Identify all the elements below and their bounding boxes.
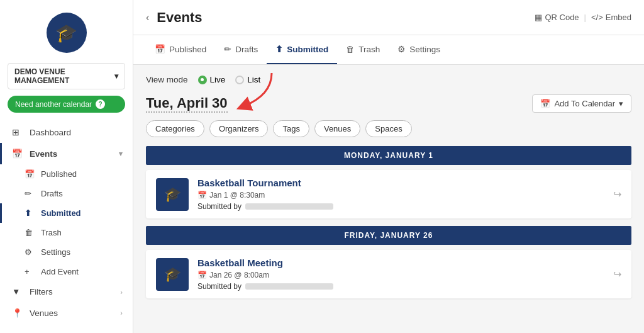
tab-submitted[interactable]: ⬆ Submitted bbox=[267, 35, 337, 64]
content-area: View mode Live List bbox=[133, 65, 644, 333]
sidebar-item-submitted[interactable]: ⬆ Submitted bbox=[0, 203, 133, 223]
submitted-by-value bbox=[245, 203, 333, 210]
chevron-right-icon: › bbox=[120, 288, 123, 296]
sidebar-item-published[interactable]: 📅 Published bbox=[0, 164, 133, 184]
sidebar-item-drafts[interactable]: ✏ Drafts bbox=[0, 184, 133, 203]
event-title[interactable]: Basketball Meeting bbox=[197, 257, 604, 268]
sidebar-logo: 🎓 bbox=[0, 0, 133, 63]
main-content: ‹ Events ▦ QR Code | </> Embed 📅 Publish… bbox=[133, 0, 644, 333]
tab-submitted-label: Submitted bbox=[287, 45, 328, 54]
sidebar-item-label: Venues bbox=[30, 308, 58, 318]
sidebar-item-events[interactable]: 📅 Events ▾ bbox=[0, 143, 133, 164]
add-to-calendar-button[interactable]: 📅 Add To Calendar ▾ bbox=[532, 94, 631, 113]
sidebar: 🎓 DEMO VENUE MANAGEMENT ▾ Need another c… bbox=[0, 0, 133, 333]
filter-tags[interactable]: Tags bbox=[273, 120, 309, 137]
chevron-right-icon: › bbox=[120, 309, 123, 317]
sidebar-item-label: Settings bbox=[41, 247, 70, 257]
sidebar-item-label: Dashboard bbox=[30, 128, 71, 137]
events-icon: 📅 bbox=[12, 149, 23, 159]
sidebar-item-venues[interactable]: 📍 Venues › bbox=[0, 302, 133, 324]
sidebar-item-label: Trash bbox=[41, 228, 62, 237]
tab-settings-label: Settings bbox=[409, 45, 440, 54]
tab-published-label: Published bbox=[169, 45, 206, 54]
tabs-bar: 📅 Published ✏ Drafts ⬆ Submitted 🗑 Trash… bbox=[133, 35, 644, 65]
sidebar-item-dashboard[interactable]: ⊞ Dashboard bbox=[0, 121, 133, 143]
view-mode-label: View mode bbox=[146, 75, 188, 84]
tab-published-icon: 📅 bbox=[155, 44, 165, 54]
page-title: Events bbox=[157, 9, 530, 26]
venues-icon: 📍 bbox=[12, 308, 23, 318]
sidebar-item-add-event[interactable]: + Add Event bbox=[0, 262, 133, 281]
date-header-row: Tue, April 30 📅 Add To Calendar ▾ bbox=[146, 94, 631, 113]
events-sub-nav: 📅 Published ✏ Drafts ⬆ Submitted 🗑 Trash… bbox=[0, 164, 133, 281]
share-icon[interactable]: ↪ bbox=[613, 188, 621, 200]
need-calendar-button[interactable]: Need another calendar ? bbox=[8, 96, 125, 113]
qr-code-link[interactable]: ▦ QR Code bbox=[535, 13, 579, 22]
share-icon[interactable]: ↪ bbox=[613, 268, 621, 280]
sidebar-item-settings[interactable]: ⚙ Settings bbox=[0, 242, 133, 262]
tab-settings[interactable]: ⚙ Settings bbox=[389, 35, 449, 64]
tab-drafts-icon: ✏ bbox=[224, 44, 231, 54]
qr-icon: ▦ bbox=[535, 13, 542, 22]
tab-trash-label: Trash bbox=[358, 45, 380, 54]
sidebar-item-label: Submitted bbox=[41, 208, 81, 218]
need-calendar-label: Need another calendar bbox=[15, 100, 92, 109]
radio-live-dot bbox=[198, 76, 207, 84]
embed-label: Embed bbox=[606, 13, 631, 22]
filter-venues[interactable]: Venues bbox=[314, 120, 360, 137]
venue-name: DEMO VENUE MANAGEMENT bbox=[14, 67, 114, 85]
event-info: Basketball Meeting 📅 Jan 26 @ 8:00am Sub… bbox=[197, 257, 604, 291]
sidebar-item-label: Add Event bbox=[41, 267, 79, 276]
submitted-by-value bbox=[245, 283, 333, 290]
topbar-right: ▦ QR Code | </> Embed bbox=[535, 13, 631, 22]
embed-link[interactable]: </> Embed bbox=[591, 13, 631, 22]
chevron-down-icon: ▾ bbox=[119, 150, 123, 158]
calendar-icon: 📅 bbox=[197, 191, 207, 200]
table-row: 🎓 Basketball Meeting 📅 Jan 26 @ 8:00am S… bbox=[146, 250, 631, 298]
sidebar-item-label: Filters bbox=[30, 287, 53, 296]
published-icon: 📅 bbox=[25, 169, 36, 179]
event-date: 📅 Jan 26 @ 8:00am bbox=[197, 271, 604, 279]
sidebar-item-trash[interactable]: 🗑 Trash bbox=[0, 223, 133, 242]
view-mode-row: View mode Live List bbox=[146, 75, 631, 84]
sidebar-item-label: Events bbox=[30, 149, 57, 159]
event-thumbnail: 🎓 bbox=[156, 258, 189, 291]
event-title[interactable]: Basketball Tournament bbox=[197, 178, 604, 188]
chevron-down-icon: ▾ bbox=[114, 72, 118, 81]
event-info: Basketball Tournament 📅 Jan 1 @ 8:30am S… bbox=[197, 178, 604, 211]
filter-categories[interactable]: Categories bbox=[146, 120, 204, 137]
tab-trash[interactable]: 🗑 Trash bbox=[337, 36, 389, 64]
add-to-calendar-label: Add To Calendar bbox=[554, 99, 615, 108]
embed-icon: </> bbox=[591, 13, 603, 22]
collapse-sidebar-button[interactable]: ‹ bbox=[146, 12, 149, 23]
tab-trash-icon: 🗑 bbox=[346, 45, 355, 54]
topbar: ‹ Events ▦ QR Code | </> Embed bbox=[133, 0, 644, 35]
qr-code-label: QR Code bbox=[545, 13, 579, 22]
tab-published[interactable]: 📅 Published bbox=[146, 35, 215, 64]
sidebar-item-label: Drafts bbox=[41, 189, 63, 198]
sidebar-item-label: Published bbox=[41, 169, 77, 179]
chevron-down-icon: ▾ bbox=[619, 99, 623, 108]
arrow-annotation bbox=[221, 70, 278, 113]
sidebar-item-filters[interactable]: ▼ Filters › bbox=[0, 281, 133, 302]
calendar-icon: 📅 bbox=[197, 271, 207, 279]
filter-spaces[interactable]: Spaces bbox=[365, 120, 411, 137]
tab-drafts[interactable]: ✏ Drafts bbox=[215, 35, 267, 64]
day-header-friday-jan26: FRIDAY, JANUARY 26 bbox=[146, 226, 631, 245]
venue-selector[interactable]: DEMO VENUE MANAGEMENT ▾ bbox=[8, 63, 125, 89]
tab-drafts-label: Drafts bbox=[235, 45, 258, 54]
event-submitted-by: Submitted by bbox=[197, 282, 604, 291]
settings-icon: ⚙ bbox=[25, 247, 36, 257]
sidebar-nav: ⊞ Dashboard 📅 Events ▾ 📅 Published ✏ Dra… bbox=[0, 121, 133, 333]
tab-settings-icon: ⚙ bbox=[397, 44, 406, 54]
event-submitted-by: Submitted by bbox=[197, 202, 604, 211]
filter-pills: Categories Organizers Tags Venues Spaces bbox=[146, 120, 631, 137]
trash-icon: 🗑 bbox=[25, 228, 36, 237]
tab-submitted-icon: ⬆ bbox=[275, 44, 283, 54]
filters-icon: ▼ bbox=[12, 287, 23, 296]
divider: | bbox=[584, 13, 586, 22]
table-row: 🎓 Basketball Tournament 📅 Jan 1 @ 8:30am… bbox=[146, 170, 631, 218]
day-header-monday-jan1: MONDAY, JANUARY 1 bbox=[146, 146, 631, 165]
event-date: 📅 Jan 1 @ 8:30am bbox=[197, 191, 604, 200]
filter-organizers[interactable]: Organizers bbox=[209, 120, 269, 137]
